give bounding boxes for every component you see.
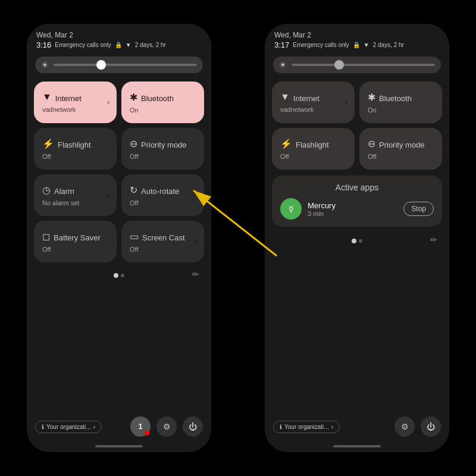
right-page-dots — [352, 234, 362, 246]
lock-icon-right: 🔒 — [353, 42, 360, 48]
dot-1 — [114, 273, 118, 278]
left-time: 3:16 — [36, 40, 51, 49]
org-badge-left[interactable]: ℹ Your organizati... › — [35, 421, 102, 433]
battery-tile-icon: ◻ — [42, 231, 50, 242]
autorotate-sub: Off — [130, 199, 196, 206]
power-icon-btn-right[interactable]: ⏻ — [421, 416, 441, 437]
autorotate-tile-icon: ↻ — [130, 184, 137, 196]
right-status-row: 3:17 Emergency calls only 🔒 ▼ 2 days, 2 … — [274, 40, 440, 49]
brightness-icon: ☀ — [41, 60, 49, 70]
right-bottom-icons: ⚙ ⏻ — [394, 416, 441, 437]
power-icon-btn-left[interactable]: ⏻ — [183, 416, 203, 437]
left-tiles-grid: ▼ Internet vadnetwork › ✱ Bluetooth On — [27, 78, 211, 266]
alarm-arrow: › — [107, 191, 109, 199]
alarm-label: Alarm — [54, 187, 74, 196]
tile-flashlight-left[interactable]: ⚡ Flashlight Off — [34, 128, 117, 170]
right-dots-row: ✏ — [265, 231, 449, 248]
tile-battery-left[interactable]: ◻ Battery Saver Off — [34, 221, 117, 262]
wifi-tile-icon: ▼ — [42, 92, 52, 102]
flashlight-label-right: Flashlight — [296, 140, 329, 149]
left-date: Wed, Mar 2 — [36, 31, 202, 39]
brightness-track — [54, 64, 197, 66]
right-dot-2 — [359, 239, 362, 243]
edit-icon-left[interactable]: ✏ — [192, 270, 199, 279]
tile-bluetooth-right[interactable]: ✱ Bluetooth On — [359, 82, 442, 123]
tile-internet-left[interactable]: ▼ Internet vadnetwork › — [34, 82, 117, 123]
left-bottom-bar: ℹ Your organizati... › 1 ⚙ ⏻ — [27, 412, 211, 443]
tile-flashlight-right[interactable]: ⚡ Flashlight Off — [272, 128, 355, 170]
lock-icon: 🔒 — [115, 42, 122, 48]
mercury-icon-symbol: ☿ — [289, 204, 294, 214]
tile-autorotate-left[interactable]: ↻ Auto-rotate Off — [121, 174, 204, 216]
org-badge-right[interactable]: ℹ Your organizati... › — [273, 421, 340, 433]
scene: Wed, Mar 2 3:16 Emergency calls only 🔒 ▼… — [0, 0, 476, 476]
internet-label: Internet — [55, 94, 82, 103]
app-time: 3 min — [308, 210, 397, 217]
internet-sub: vadnetwork — [42, 106, 108, 113]
app-info: Mercury 3 min — [308, 201, 397, 217]
brightness-track-right — [292, 64, 435, 66]
bluetooth-tile-icon-right: ✱ — [368, 92, 375, 103]
autorotate-label: Auto-rotate — [141, 187, 179, 196]
battery-info-left: 2 days, 2 hr — [135, 42, 166, 48]
info-icon-left: ℹ — [42, 424, 44, 430]
flashlight-sub-left: Off — [42, 153, 108, 160]
app-name: Mercury — [308, 201, 397, 210]
tile-priority-right[interactable]: ⊖ Priority mode Off — [359, 128, 442, 170]
flashlight-label-left: Flashlight — [58, 140, 91, 149]
alarm-sub: No alarm set — [42, 199, 108, 206]
left-phone: Wed, Mar 2 3:16 Emergency calls only 🔒 ▼… — [27, 24, 211, 452]
org-arrow-right: › — [331, 424, 333, 430]
tile-internet-right[interactable]: ▼ Internet vadnetwork › — [272, 82, 355, 123]
settings-icon-btn-right[interactable]: ⚙ — [394, 416, 415, 437]
tile-alarm-left[interactable]: ◷ Alarm No alarm set › — [34, 174, 117, 216]
screencast-label: Screen Cast — [142, 233, 185, 242]
user-icon-btn-left[interactable]: 1 — [130, 416, 151, 437]
priority-tile-icon-left: ⊖ — [130, 138, 137, 149]
stop-button[interactable]: Stop — [403, 202, 434, 216]
left-status-bar: Wed, Mar 2 3:16 Emergency calls only 🔒 ▼… — [27, 24, 211, 52]
left-brightness[interactable]: ☀ — [27, 52, 211, 78]
right-date: Wed, Mar 2 — [274, 31, 440, 39]
tile-screencast-left[interactable]: ▭ Screen Cast Off › — [121, 221, 204, 262]
screencast-arrow: › — [195, 237, 197, 246]
org-arrow-left: › — [93, 424, 95, 430]
dot-2 — [121, 274, 124, 277]
right-tiles-grid: ▼ Internet vadnetwork › ✱ Bluetooth On — [265, 78, 449, 173]
info-icon-right: ℹ — [280, 424, 282, 430]
internet-sub-right: vadnetwork — [280, 106, 346, 113]
wifi-tile-icon-right: ▼ — [280, 92, 290, 102]
left-bottom-icons: 1 ⚙ ⏻ — [130, 416, 203, 437]
screencast-sub: Off — [130, 246, 196, 253]
settings-icon-btn-left[interactable]: ⚙ — [156, 416, 177, 437]
bluetooth-tile-icon-left: ✱ — [130, 92, 137, 103]
internet-arrow: › — [107, 98, 109, 107]
tile-priority-left[interactable]: ⊖ Priority mode Off — [121, 128, 204, 170]
brightness-icon-right: ☀ — [279, 60, 287, 70]
priority-sub-right: Off — [368, 153, 434, 160]
internet-label-right: Internet — [293, 94, 320, 103]
notif-dot — [145, 431, 149, 436]
bluetooth-sub-left: On — [130, 107, 196, 114]
home-bar-right — [333, 445, 381, 447]
priority-tile-icon-right: ⊖ — [368, 138, 375, 149]
left-dots-row: ✏ — [27, 266, 211, 283]
flashlight-tile-icon-left: ⚡ — [42, 138, 54, 149]
right-phone: Wed, Mar 2 3:17 Emergency calls only 🔒 ▼… — [265, 24, 449, 452]
org-label-left: Your organizati... — [46, 424, 91, 430]
priority-label-right: Priority mode — [379, 140, 425, 149]
org-label-right: Your organizati... — [284, 424, 329, 430]
right-brightness[interactable]: ☀ — [265, 52, 449, 78]
mercury-app-icon: ☿ — [280, 198, 302, 220]
active-app-item: ☿ Mercury 3 min Stop — [280, 198, 434, 220]
brightness-thumb-right — [334, 60, 344, 70]
battery-sub: Off — [42, 246, 108, 253]
right-screen: Wed, Mar 2 3:17 Emergency calls only 🔒 ▼… — [265, 24, 449, 412]
internet-arrow-right: › — [345, 98, 347, 107]
home-bar-left — [95, 445, 143, 447]
wifi-icon: ▼ — [126, 42, 131, 48]
tile-bluetooth-left[interactable]: ✱ Bluetooth On — [121, 82, 204, 123]
edit-icon-right[interactable]: ✏ — [430, 235, 437, 245]
active-apps-section: Active apps ☿ Mercury 3 min Stop — [272, 176, 442, 227]
bluetooth-sub-right: On — [368, 107, 434, 114]
